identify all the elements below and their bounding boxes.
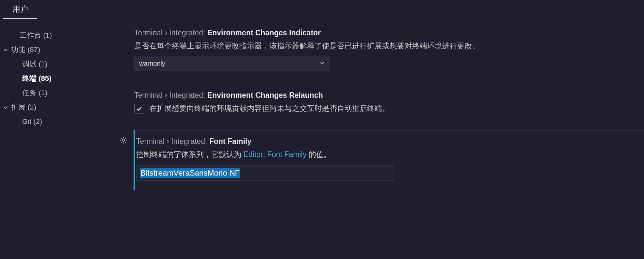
toc-git-label: Git xyxy=(22,117,31,126)
chevron-down-icon xyxy=(0,104,11,110)
setting-title: Terminal › Integrated: Font Family xyxy=(136,136,644,147)
toc-terminal-label: 终端 xyxy=(22,74,37,82)
setting-name: Environment Changes Relaunch xyxy=(207,91,323,99)
checkbox-env-changes-relaunch[interactable] xyxy=(134,104,144,113)
toc-item-extensions[interactable]: 扩展 (2) xyxy=(0,100,111,114)
desc-pre: 控制终端的字体系列，它默认为 xyxy=(136,150,243,159)
toc-workbench-count: (1) xyxy=(43,31,52,39)
chevron-down-icon xyxy=(0,47,11,53)
focus-indicator xyxy=(134,130,135,190)
checkbox-row: 在扩展想要向终端的环境贡献内容但尚未与之交互时是否自动重启终端。 xyxy=(134,102,644,114)
setting-scope: Terminal › Integrated: xyxy=(134,91,207,99)
gear-icon xyxy=(119,136,128,145)
setting-env-changes-relaunch: Terminal › Integrated: Environment Chang… xyxy=(134,88,644,120)
setting-title: Terminal › Integrated: Environment Chang… xyxy=(134,90,644,100)
toc-item-debug[interactable]: 调试 (1) xyxy=(0,57,111,71)
select-value: warnonly xyxy=(139,60,165,67)
toc-tasks-count: (1) xyxy=(39,89,47,97)
select-env-changes-indicator[interactable]: warnonly xyxy=(134,57,330,71)
setting-gear-button[interactable] xyxy=(119,136,128,146)
scrollbar-vertical[interactable] xyxy=(638,19,644,259)
toc-debug-label: 调试 xyxy=(22,60,37,68)
toc-item-features[interactable]: 功能 (87) xyxy=(0,43,111,57)
setting-description: 是否在每个终端上显示环境更改指示器，该指示器解释了使是否已进行扩展或想要对终端环… xyxy=(134,40,644,52)
toc-item-git[interactable]: Git (2) xyxy=(0,114,111,129)
setting-description: 在扩展想要向终端的环境贡献内容但尚未与之交互时是否自动重启终端。 xyxy=(149,102,390,114)
toc-item-tasks[interactable]: 任务 (1) xyxy=(0,86,111,100)
setting-description: 控制终端的字体系列，它默认为 Editor: Font Family 的值。 xyxy=(136,148,644,161)
setting-scope: Terminal › Integrated: xyxy=(134,28,207,37)
check-icon xyxy=(136,105,143,112)
input-font-family[interactable]: BitstreamVeraSansMono NF xyxy=(136,165,394,181)
settings-tab-strip: 用户 xyxy=(0,0,644,19)
toc-terminal-count: (85) xyxy=(39,74,51,82)
link-editor-font-family[interactable]: Editor: Font Family xyxy=(243,150,306,159)
svg-point-0 xyxy=(122,139,125,142)
settings-layout: 工作台 (1) 功能 (87) 调试 (1) 终端 (85) xyxy=(0,19,644,259)
desc-post: 的值。 xyxy=(306,150,331,159)
setting-name: Font Family xyxy=(209,137,251,146)
setting-title: Terminal › Integrated: Environment Chang… xyxy=(134,27,644,38)
toc-features-count: (87) xyxy=(27,45,40,54)
toc-git-count: (2) xyxy=(33,117,42,126)
settings-content: Terminal › Integrated: Environment Chang… xyxy=(111,19,644,259)
tab-user[interactable]: 用户 xyxy=(3,0,37,19)
toc-extensions-count: (2) xyxy=(27,103,36,111)
input-font-family-value: BitstreamVeraSansMono NF xyxy=(140,168,240,178)
toc-item-workbench[interactable]: 工作台 (1) xyxy=(0,28,111,43)
toc-extensions-label: 扩展 xyxy=(11,103,25,111)
chevron-down-icon xyxy=(319,60,325,67)
tab-user-label: 用户 xyxy=(12,4,28,14)
settings-toc: 工作台 (1) 功能 (87) 调试 (1) 终端 (85) xyxy=(0,19,111,259)
setting-font-family: Terminal › Integrated: Font Family 控制终端的… xyxy=(134,130,644,190)
setting-name: Environment Changes Indicator xyxy=(207,28,321,37)
toc-tasks-label: 任务 xyxy=(22,89,37,97)
setting-env-changes-indicator: Terminal › Integrated: Environment Chang… xyxy=(134,26,644,77)
setting-scope: Terminal › Integrated: xyxy=(136,137,209,146)
toc-debug-count: (1) xyxy=(39,60,47,68)
toc-workbench-label: 工作台 xyxy=(20,31,41,39)
toc-features-label: 功能 xyxy=(11,45,25,54)
toc-item-terminal[interactable]: 终端 (85) xyxy=(0,71,111,86)
